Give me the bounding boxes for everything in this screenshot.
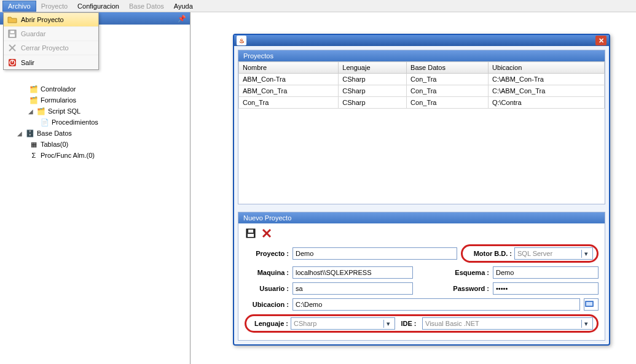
chevron-down-icon: ▾: [581, 320, 590, 328]
projects-table[interactable]: Nombre Lenguaje Base Datos Ubicacion ABM…: [238, 61, 605, 109]
input-usuario[interactable]: [292, 282, 413, 295]
label-maquina: Maquina :: [245, 269, 289, 276]
table-row[interactable]: ABM_Con_Tra CSharp Con_Tra C:\ABM_Con_Tr…: [239, 85, 605, 97]
dialog-titlebar[interactable]: ♨ ✕: [234, 35, 609, 46]
tree-tablas[interactable]: ▦ Tablas(0): [5, 139, 190, 150]
highlight-lenguaje-ide: Lenguaje : CSharp ▾ IDE : Visual Basic .…: [245, 314, 599, 333]
new-project-header: Nuevo Proyecto: [238, 212, 605, 223]
browse-button[interactable]: [584, 298, 599, 311]
save-icon: [7, 29, 17, 39]
highlight-motor: Motor B.D. : SQL Server ▾: [461, 244, 599, 263]
chevron-down-icon: ▾: [581, 250, 590, 258]
new-project-toolbar: [245, 227, 599, 239]
menu-ayuda[interactable]: Ayuda: [169, 1, 198, 11]
new-project-panel: Nuevo Proyecto Proyecto : Motor B.D. : S…: [238, 212, 605, 341]
menu-guardar[interactable]: Guardar: [4, 27, 98, 41]
projects-panel: Proyectos Nombre Lenguaje Base Datos Ubi…: [238, 50, 605, 204]
tree-proc-func[interactable]: Σ Proc/Func Alm.(0): [5, 150, 190, 161]
menu-proyecto[interactable]: Proyecto: [36, 1, 73, 11]
table-row[interactable]: ABM_Con-Tra CSharp Con_Tra C:\ABM_Con-Tr…: [239, 74, 605, 85]
tree-script-sql[interactable]: ◢ 🗂️ Script SQL: [5, 106, 190, 117]
svg-rect-1: [10, 34, 15, 37]
folder-icon: 🗂️: [29, 84, 39, 94]
tree-formularios[interactable]: 🗂️ Formularios: [5, 95, 190, 106]
archivo-dropdown: Abrir Proyecto Guardar Cerrar Proyecto S…: [3, 12, 99, 70]
input-password[interactable]: [493, 282, 599, 295]
menu-abrir-label: Abrir Proyecto: [21, 16, 64, 23]
chevron-down-icon: ▾: [383, 320, 392, 328]
collapse-toggle[interactable]: ◢: [16, 130, 23, 137]
sigma-icon: Σ: [29, 150, 39, 160]
menu-abrir-proyecto[interactable]: Abrir Proyecto: [4, 13, 98, 27]
input-ubicacion[interactable]: [292, 298, 580, 311]
combo-ide[interactable]: Visual Basic .NET ▾: [422, 317, 593, 330]
input-maquina[interactable]: [292, 266, 413, 279]
document-icon: 📄: [40, 117, 50, 127]
label-usuario: Usuario :: [245, 285, 289, 292]
col-lenguaje[interactable]: Lenguaje: [339, 62, 407, 74]
save-button[interactable]: [245, 227, 257, 239]
svg-rect-10: [248, 230, 253, 233]
delete-button[interactable]: [261, 227, 273, 239]
menu-cerrar-label: Cerrar Proyecto: [21, 44, 69, 52]
label-lenguaje: Lenguaje :: [250, 320, 288, 327]
combo-lenguaje[interactable]: CSharp ▾: [291, 317, 395, 330]
menu-base-datos[interactable]: Base Datos: [124, 1, 169, 11]
database-icon: 🗄️: [25, 128, 35, 138]
menu-salir[interactable]: Salir: [4, 55, 98, 69]
menu-guardar-label: Guardar: [21, 30, 45, 37]
menubar: Archivo Proyecto Configuracion Base Dato…: [0, 0, 636, 12]
label-password: Password :: [446, 285, 489, 292]
collapse-toggle[interactable]: ◢: [27, 108, 34, 115]
svg-rect-2: [10, 31, 14, 33]
tree-base-datos[interactable]: ◢ 🗄️ Base Datos: [5, 128, 190, 139]
menu-salir-label: Salir: [21, 59, 34, 66]
folder-open-icon: [7, 15, 17, 25]
dialog-close-button[interactable]: ✕: [595, 36, 607, 45]
col-base-datos[interactable]: Base Datos: [407, 62, 489, 74]
menu-cerrar-proyecto[interactable]: Cerrar Proyecto: [4, 41, 98, 55]
svg-rect-14: [586, 302, 592, 306]
pin-icon[interactable]: 📌: [178, 15, 186, 23]
label-ide: IDE :: [398, 320, 420, 327]
svg-rect-9: [248, 234, 254, 237]
table-row[interactable]: Con_Tra CSharp Con_Tra Q:\Contra: [239, 97, 605, 109]
power-icon: [7, 58, 17, 68]
folder-icon: 🗂️: [36, 106, 46, 116]
open-project-dialog: ♨ ✕ Proyectos Nombre Lenguaje Base Datos…: [233, 34, 610, 346]
label-motor: Motor B.D. :: [466, 250, 512, 257]
input-esquema[interactable]: [493, 266, 599, 279]
projects-panel-header: Proyectos: [238, 50, 605, 61]
menu-configuracion[interactable]: Configuracion: [73, 1, 124, 11]
java-icon: ♨: [237, 36, 246, 45]
close-project-icon: [7, 43, 17, 53]
col-nombre[interactable]: Nombre: [239, 62, 339, 74]
col-ubicacion[interactable]: Ubicacion: [488, 62, 604, 74]
folder-icon: 🗂️: [29, 95, 39, 105]
label-esquema: Esquema :: [446, 269, 489, 276]
menu-archivo[interactable]: Archivo: [2, 1, 36, 12]
tree-procedimientos[interactable]: 📄 Procedimientos: [5, 117, 190, 128]
label-proyecto: Proyecto :: [245, 250, 289, 257]
tree-controlador[interactable]: 🗂️ Controlador: [5, 83, 190, 95]
combo-motor[interactable]: SQL Server ▾: [514, 247, 593, 260]
label-ubicacion: Ubicacion :: [245, 301, 289, 308]
input-proyecto[interactable]: [292, 247, 457, 260]
table-icon: ▦: [29, 139, 39, 149]
